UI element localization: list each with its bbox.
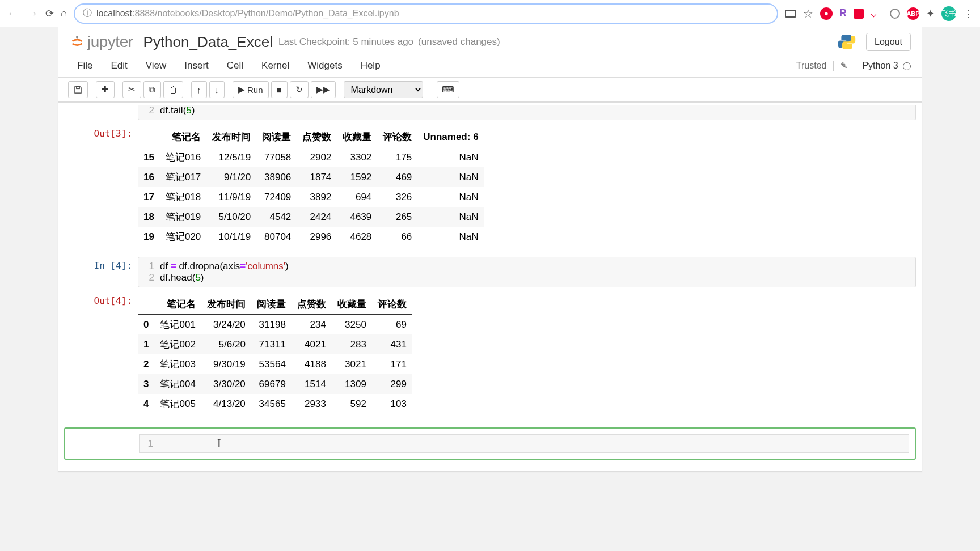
url-text: localhost:8888/notebooks/Desktop/Python/… bbox=[96, 9, 399, 19]
menu-kernel[interactable]: Kernel bbox=[252, 57, 298, 75]
kernel-name[interactable]: Python 3 bbox=[855, 61, 911, 71]
notebook-title[interactable]: Python_Data_Excel bbox=[143, 33, 273, 51]
menu-icon[interactable]: ⋮ bbox=[963, 7, 973, 20]
command-palette-button[interactable]: ⌨ bbox=[437, 81, 459, 98]
cell-3-output: Out[3]: 笔记名发布时间阅读量点赞数收藏量评论数Unnamed: 6 15… bbox=[64, 122, 916, 255]
dataframe-table: 笔记名发布时间阅读量点赞数收藏量评论数Unnamed: 6 15笔记01612/… bbox=[138, 127, 484, 247]
cell-3-code: 2df.tail(5) bbox=[64, 103, 916, 122]
menu-file[interactable]: File bbox=[68, 57, 102, 75]
toolbar: ✚ ✂ ⧉ 📋︎ ↑ ↓ ▶ Run ■ ↻ ▶▶ Markdown ⌨ bbox=[58, 78, 922, 102]
prompt bbox=[65, 431, 139, 456]
trusted-indicator[interactable]: Trusted bbox=[796, 61, 834, 71]
reload-button[interactable]: ⟳ bbox=[45, 7, 54, 20]
table-row: 19笔记02010/1/19807042996462866NaN bbox=[138, 227, 484, 247]
browser-toolbar: ← → ⟳ ⌂ ⓘ localhost:8888/notebooks/Deskt… bbox=[0, 0, 980, 27]
copy-button[interactable]: ⧉ bbox=[143, 81, 161, 98]
notebook-area: 2df.tail(5) Out[3]: 笔记名发布时间阅读量点赞数收藏量评论数U… bbox=[58, 102, 922, 472]
logout-button[interactable]: Logout bbox=[866, 33, 911, 51]
extension-icon[interactable] bbox=[854, 9, 864, 19]
unsaved-text: (unsaved changes) bbox=[418, 36, 500, 48]
jupyter-logo[interactable]: jupyter bbox=[69, 33, 133, 51]
notebook-header: jupyter Python_Data_Excel Last Checkpoin… bbox=[58, 27, 922, 54]
table-row: 17笔记01811/9/19724093892694326NaN bbox=[138, 187, 484, 207]
menu-edit[interactable]: Edit bbox=[102, 57, 136, 75]
table-row: 2笔记0039/30/195356441883021171 bbox=[138, 354, 412, 374]
table-row: 1笔记0025/6/20713114021283431 bbox=[138, 334, 412, 354]
table-row: 4笔记0054/13/20345652933592103 bbox=[138, 394, 412, 414]
site-info-icon[interactable]: ⓘ bbox=[83, 7, 92, 19]
extension-icon[interactable]: ● bbox=[820, 7, 833, 20]
back-button[interactable]: ← bbox=[7, 6, 19, 21]
text-cursor-icon: I bbox=[217, 437, 221, 450]
code-input[interactable]: 1df = df.dropna(axis='columns') 2df.head… bbox=[138, 257, 916, 287]
cell-4-code: In [4]: 1df = df.dropna(axis='columns') … bbox=[64, 255, 916, 290]
menu-cell[interactable]: Cell bbox=[218, 57, 252, 75]
extensions-icon[interactable]: ✦ bbox=[926, 7, 935, 20]
table-row: 18笔记0195/10/20454224244639265NaN bbox=[138, 207, 484, 227]
paste-button[interactable]: 📋︎ bbox=[163, 81, 183, 98]
table-row: 15笔记01612/5/197705829023302175NaN bbox=[138, 147, 484, 168]
profile-avatar[interactable]: 飞书 bbox=[941, 6, 956, 21]
table-row: 0笔记0013/24/2031198234325069 bbox=[138, 315, 412, 335]
kernel-status-icon bbox=[903, 62, 911, 70]
address-bar[interactable]: ⓘ localhost:8888/notebooks/Desktop/Pytho… bbox=[74, 3, 778, 24]
edit-icon[interactable]: ✎ bbox=[840, 61, 848, 71]
cell-4-output: Out[4]: 笔记名发布时间阅读量点赞数收藏量评论数 0笔记0013/24/2… bbox=[64, 290, 916, 422]
menu-widgets[interactable]: Widgets bbox=[298, 57, 351, 75]
adblock-icon[interactable]: ABP bbox=[907, 7, 919, 20]
checkpoint-text: Last Checkpoint: 5 minutes ago bbox=[278, 36, 413, 48]
python-logo-icon bbox=[838, 33, 856, 51]
out-prompt: Out[4]: bbox=[64, 292, 138, 419]
cut-button[interactable]: ✂ bbox=[122, 81, 141, 98]
move-down-button[interactable]: ↓ bbox=[209, 81, 225, 98]
forward-button[interactable]: → bbox=[26, 6, 39, 21]
jupyter-logo-text: jupyter bbox=[87, 33, 133, 51]
extensions-row: ☆ ● R ⌵ ABP ✦ 飞书 ⋮ bbox=[785, 6, 973, 21]
cell-type-select[interactable]: Markdown bbox=[344, 81, 423, 98]
restart-button[interactable]: ↻ bbox=[290, 81, 309, 98]
code-input[interactable]: 1 I bbox=[139, 434, 909, 453]
screen-icon[interactable] bbox=[785, 10, 796, 18]
restart-run-all-button[interactable]: ▶▶ bbox=[311, 81, 336, 98]
table-row: 16笔记0179/1/203890618741592469NaN bbox=[138, 167, 484, 187]
menu-view[interactable]: View bbox=[137, 57, 176, 75]
svg-point-0 bbox=[76, 36, 78, 39]
save-button[interactable] bbox=[68, 81, 88, 98]
bookmark-star-icon[interactable]: ☆ bbox=[803, 7, 813, 20]
home-button[interactable]: ⌂ bbox=[61, 7, 67, 19]
extension-r-icon[interactable]: R bbox=[839, 7, 847, 19]
in-prompt: In [4]: bbox=[64, 257, 138, 287]
text-cursor bbox=[160, 438, 160, 450]
menubar: File Edit View Insert Cell Kernel Widget… bbox=[58, 54, 922, 78]
dataframe-table: 笔记名发布时间阅读量点赞数收藏量评论数 0笔记0013/24/203119823… bbox=[138, 294, 412, 414]
active-cell[interactable]: 1 I bbox=[64, 427, 916, 460]
insert-cell-button[interactable]: ✚ bbox=[96, 81, 115, 98]
table-row: 3笔记0043/30/206967915141309299 bbox=[138, 374, 412, 394]
code-input[interactable]: 2df.tail(5) bbox=[138, 105, 916, 120]
interrupt-button[interactable]: ■ bbox=[271, 81, 288, 98]
prompt bbox=[64, 105, 138, 120]
out-prompt: Out[3]: bbox=[64, 125, 138, 252]
pocket-icon[interactable]: ⌵ bbox=[871, 7, 883, 20]
menu-help[interactable]: Help bbox=[352, 57, 390, 75]
move-up-button[interactable]: ↑ bbox=[191, 81, 207, 98]
run-button[interactable]: ▶ Run bbox=[233, 81, 269, 98]
menu-insert[interactable]: Insert bbox=[175, 57, 218, 75]
extension-icon[interactable] bbox=[890, 9, 900, 19]
